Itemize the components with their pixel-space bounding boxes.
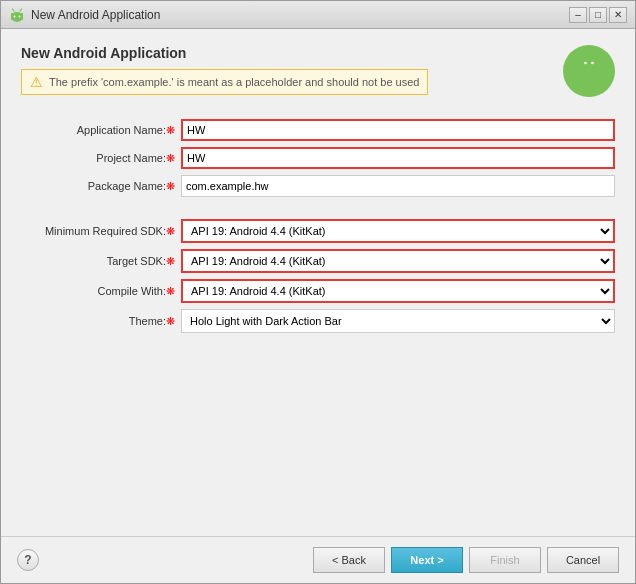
warning-text: The prefix 'com.example.' is meant as a … xyxy=(49,76,419,88)
application-name-row: Application Name:❋ xyxy=(21,119,615,141)
svg-point-7 xyxy=(580,56,598,72)
svg-rect-1 xyxy=(11,13,23,20)
cancel-button[interactable]: Cancel xyxy=(547,547,619,573)
close-button[interactable]: ✕ xyxy=(609,7,627,23)
minimum-sdk-label: Minimum Required SDK:❋ xyxy=(21,225,181,238)
package-name-row: Package Name:❋ xyxy=(21,175,615,197)
target-sdk-select[interactable]: API 19: Android 4.4 (KitKat) API 18: And… xyxy=(181,249,615,273)
android-robot-icon xyxy=(570,52,608,90)
svg-rect-12 xyxy=(572,69,576,80)
target-sdk-row: Target SDK:❋ API 19: Android 4.4 (KitKat… xyxy=(21,249,615,273)
pkg-name-required: ❋ xyxy=(166,180,175,192)
svg-line-5 xyxy=(20,9,22,11)
dialog-content: New Android Application ⚠ The prefix 'co… xyxy=(1,29,635,536)
form-section: Application Name:❋ Project Name:❋ Packag… xyxy=(21,119,615,520)
title-bar-buttons: – □ ✕ xyxy=(569,7,627,23)
nav-buttons: < Back Next > Finish Cancel xyxy=(313,547,619,573)
warning-icon: ⚠ xyxy=(30,74,43,90)
help-button[interactable]: ? xyxy=(17,549,39,571)
svg-line-11 xyxy=(594,54,597,57)
proj-name-required: ❋ xyxy=(166,152,175,164)
target-sdk-required: ❋ xyxy=(166,255,175,267)
svg-point-2 xyxy=(14,15,16,17)
package-name-input[interactable] xyxy=(181,175,615,197)
svg-line-4 xyxy=(13,9,15,11)
package-name-label: Package Name:❋ xyxy=(21,180,181,193)
theme-select[interactable]: Holo Light with Dark Action Bar Holo Dar… xyxy=(181,309,615,333)
finish-button[interactable]: Finish xyxy=(469,547,541,573)
next-button[interactable]: Next > xyxy=(391,547,463,573)
app-name-required: ❋ xyxy=(166,124,175,136)
android-logo xyxy=(563,45,615,97)
dialog-header: New Android Application ⚠ The prefix 'co… xyxy=(21,45,615,109)
svg-point-3 xyxy=(19,15,21,17)
min-sdk-required: ❋ xyxy=(166,225,175,237)
project-name-label: Project Name:❋ xyxy=(21,152,181,165)
dialog-title: New Android Application xyxy=(21,45,428,61)
minimize-button[interactable]: – xyxy=(569,7,587,23)
window-title: New Android Application xyxy=(31,8,160,22)
svg-rect-15 xyxy=(592,83,597,88)
project-name-input[interactable] xyxy=(181,147,615,169)
back-button[interactable]: < Back xyxy=(313,547,385,573)
compile-with-select[interactable]: API 19: Android 4.4 (KitKat) API 18: And… xyxy=(181,279,615,303)
bottom-bar: ? < Back Next > Finish Cancel xyxy=(1,536,635,583)
title-bar-left: New Android Application xyxy=(9,7,160,23)
svg-point-8 xyxy=(584,62,587,65)
theme-row: Theme:❋ Holo Light with Dark Action Bar … xyxy=(21,309,615,333)
svg-rect-14 xyxy=(581,83,586,88)
application-name-input[interactable] xyxy=(181,119,615,141)
minimum-sdk-row: Minimum Required SDK:❋ API 19: Android 4… xyxy=(21,219,615,243)
compile-with-required: ❋ xyxy=(166,285,175,297)
svg-rect-13 xyxy=(602,69,606,80)
theme-label: Theme:❋ xyxy=(21,315,181,328)
svg-point-9 xyxy=(591,62,594,65)
title-bar: New Android Application – □ ✕ xyxy=(1,1,635,29)
window-icon xyxy=(9,7,25,23)
compile-with-label: Compile With:❋ xyxy=(21,285,181,298)
theme-required: ❋ xyxy=(166,315,175,327)
warning-row: ⚠ The prefix 'com.example.' is meant as … xyxy=(21,69,428,95)
minimum-sdk-select[interactable]: API 19: Android 4.4 (KitKat) API 18: And… xyxy=(181,219,615,243)
maximize-button[interactable]: □ xyxy=(589,7,607,23)
window: New Android Application – □ ✕ New Androi… xyxy=(0,0,636,584)
target-sdk-label: Target SDK:❋ xyxy=(21,255,181,268)
svg-line-10 xyxy=(581,54,584,57)
dialog-header-left: New Android Application ⚠ The prefix 'co… xyxy=(21,45,428,109)
application-name-label: Application Name:❋ xyxy=(21,124,181,137)
project-name-row: Project Name:❋ xyxy=(21,147,615,169)
compile-with-row: Compile With:❋ API 19: Android 4.4 (KitK… xyxy=(21,279,615,303)
